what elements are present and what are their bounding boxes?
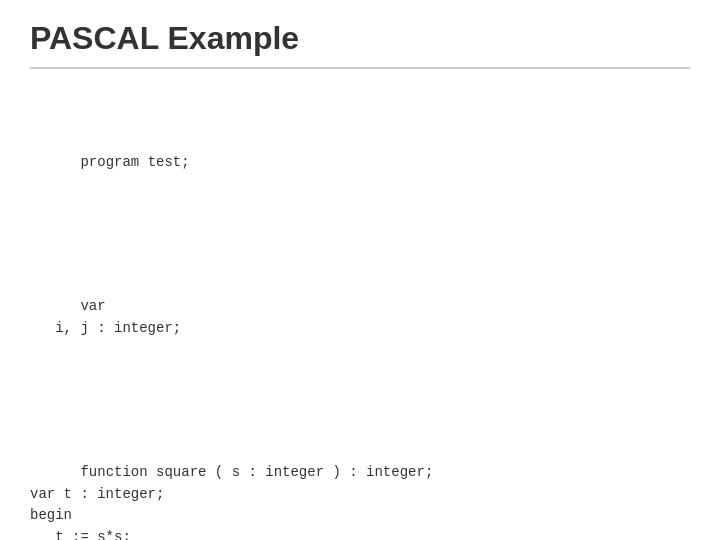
page-title: PASCAL Example: [30, 20, 690, 57]
code-line-var: var i, j : integer;: [30, 298, 181, 336]
code-section-3: function square ( s : integer ) : intege…: [30, 440, 690, 540]
title-divider: [30, 67, 690, 69]
code-block: program test; var i, j : integer; functi…: [30, 87, 690, 540]
code-section-1: program test;: [30, 130, 690, 195]
code-section-2: var i, j : integer;: [30, 275, 690, 362]
code-line-function: function square ( s : integer ) : intege…: [30, 464, 433, 540]
code-line-program: program test;: [80, 154, 189, 170]
page-container: PASCAL Example program test; var i, j : …: [0, 0, 720, 540]
